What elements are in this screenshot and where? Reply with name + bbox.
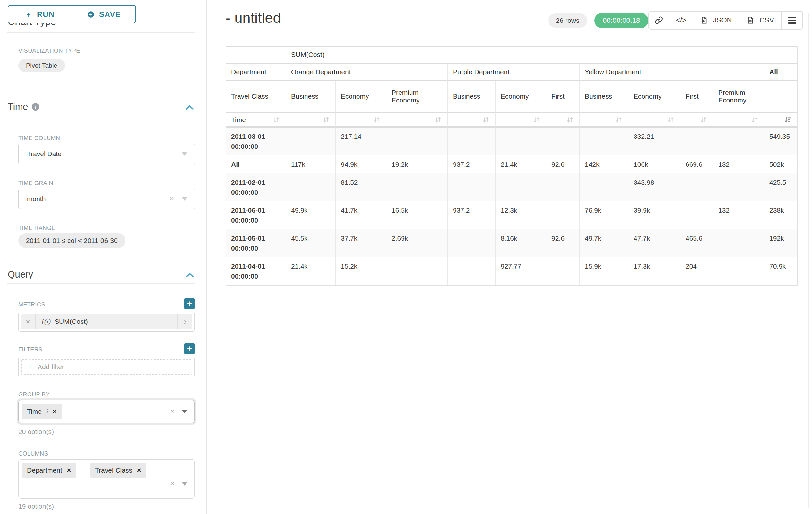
sort-arrows-icon[interactable] <box>699 116 708 124</box>
remove-metric-icon[interactable]: ✕ <box>21 314 36 329</box>
col-group-header: Yellow Department <box>580 64 764 81</box>
column-sort-header[interactable] <box>336 113 386 128</box>
pivot-cell <box>713 173 764 201</box>
col-header: Business <box>580 81 629 113</box>
chart-title[interactable]: - untitled <box>226 10 281 26</box>
pivot-cell <box>448 229 496 257</box>
sort-arrows-icon[interactable] <box>322 116 330 124</box>
remove-chip-icon[interactable]: ✕ <box>67 467 71 474</box>
col-header: Premium Economy <box>386 81 448 113</box>
caret-down-icon <box>182 197 187 201</box>
time-range-pill[interactable]: 2011-01-01 ≤ col < 2011-06-30 <box>18 233 125 248</box>
clear-icon[interactable]: × <box>170 407 175 415</box>
columns-select[interactable]: Department ✕ Travel Class ✕ × <box>18 459 195 498</box>
time-column-select[interactable]: Travel Date <box>18 143 196 164</box>
col-header: Economy <box>629 81 680 113</box>
add-filter-plus-button[interactable]: + <box>184 343 195 354</box>
sort-arrows-icon[interactable] <box>482 116 490 124</box>
file-csv-icon <box>747 17 754 24</box>
column-sort-header[interactable] <box>713 113 764 128</box>
time-grain-select[interactable]: month × <box>18 189 196 209</box>
col-header <box>764 81 797 113</box>
column-sort-header[interactable] <box>629 113 680 128</box>
sort-arrows-icon[interactable] <box>272 116 281 124</box>
column-sort-header[interactable] <box>286 113 336 128</box>
column-sort-header[interactable] <box>448 113 496 128</box>
add-filter-button[interactable]: + Add filter <box>21 359 192 375</box>
column-sort-header[interactable] <box>546 113 580 128</box>
group-by-chip[interactable]: Time i ✕ <box>22 404 62 419</box>
embed-code-button[interactable]: </> <box>669 11 693 29</box>
caret-down-icon <box>182 410 187 413</box>
pivot-cell: 92.6 <box>546 229 580 257</box>
columns-chip[interactable]: Department ✕ <box>22 463 77 478</box>
pivot-cell: 937.2 <box>448 156 496 173</box>
row-header: 2011-05-01 00:00:00 <box>226 229 286 257</box>
pivot-cell: 132 <box>713 156 764 173</box>
pivot-cell: 142k <box>580 156 629 173</box>
export-csv-button[interactable]: .CSV <box>739 11 781 29</box>
pivot-cell: 204 <box>680 257 713 285</box>
pivot-cell: 238k <box>764 201 797 229</box>
share-link-button[interactable] <box>649 11 669 29</box>
column-sort-header[interactable] <box>496 113 546 128</box>
row-header: 2011-02-01 00:00:00 <box>226 173 286 201</box>
run-button-label: RUN <box>37 10 55 19</box>
sort-arrows-icon[interactable] <box>532 116 541 124</box>
pivot-cell: 669.6 <box>680 156 713 173</box>
pivot-cell: 45.5k <box>286 229 336 257</box>
remove-chip-icon[interactable]: ✕ <box>137 467 141 474</box>
save-button[interactable]: SAVE <box>71 6 136 23</box>
sort-descending-icon[interactable] <box>784 116 792 124</box>
section-divider <box>7 117 195 118</box>
export-json-button[interactable]: .JSON <box>693 11 739 29</box>
metric-chip-body: ƒ(x) SUM(Cost) <box>36 318 177 325</box>
clear-icon[interactable]: × <box>170 480 175 487</box>
pivot-cell <box>448 128 496 156</box>
time-sort-header[interactable]: Time <box>226 113 286 128</box>
metric-name: SUM(Cost) <box>55 318 88 325</box>
pivot-table: SUM(Cost) Department Orange Department P… <box>226 46 798 286</box>
query-section-heading: Query <box>8 269 33 280</box>
column-sort-header[interactable] <box>680 113 713 128</box>
column-sort-header-active[interactable] <box>764 113 797 128</box>
sort-arrows-icon[interactable] <box>566 116 574 124</box>
pivot-cell: 21.4k <box>286 257 336 285</box>
viz-type-pill[interactable]: Pivot Table <box>18 59 65 72</box>
sort-header-row: Time <box>226 113 797 128</box>
metrics-label: METRICS <box>18 301 45 308</box>
pivot-cell: 70.9k <box>764 257 797 285</box>
sort-arrows-icon[interactable] <box>750 116 759 124</box>
group-by-options-hint: 20 option(s) <box>18 428 54 436</box>
metric-chip[interactable]: ✕ ƒ(x) SUM(Cost) › <box>21 314 192 329</box>
pivot-cell: 41.7k <box>336 201 386 229</box>
sort-arrows-icon[interactable] <box>667 116 675 124</box>
run-button[interactable]: RUN <box>8 6 71 23</box>
column-sort-header[interactable] <box>386 113 448 128</box>
col-header: Business <box>448 81 496 113</box>
sort-arrows-icon[interactable] <box>373 116 381 124</box>
plus-circle-icon <box>87 10 95 18</box>
function-icon: ƒ(x) <box>41 318 51 325</box>
column-sort-header[interactable] <box>580 113 629 128</box>
pivot-cell <box>680 173 713 201</box>
columns-chip[interactable]: Travel Class ✕ <box>90 463 146 478</box>
chevron-up-icon[interactable] <box>185 104 194 110</box>
sort-arrows-icon[interactable] <box>615 116 623 124</box>
chevron-up-icon[interactable] <box>185 272 194 278</box>
add-metric-button[interactable]: + <box>184 298 195 309</box>
metric-header-row: SUM(Cost) <box>226 47 797 64</box>
col-group-header: Purple Department <box>448 64 580 81</box>
col-header: Premium Economy <box>713 81 764 113</box>
group-by-label: GROUP BY <box>18 391 50 398</box>
scrollbar[interactable] <box>808 13 809 508</box>
col-dim-label-cell: Travel Class <box>226 81 286 113</box>
clear-icon[interactable]: × <box>170 195 174 202</box>
group-by-select[interactable]: Time i ✕ × <box>18 400 195 423</box>
chevron-right-icon[interactable]: › <box>177 314 192 329</box>
more-options-button[interactable] <box>781 11 802 29</box>
sort-arrows-icon[interactable] <box>434 116 442 124</box>
corner-cell <box>226 47 286 64</box>
remove-chip-icon[interactable]: ✕ <box>52 408 57 415</box>
add-filter-label: Add filter <box>37 363 64 371</box>
